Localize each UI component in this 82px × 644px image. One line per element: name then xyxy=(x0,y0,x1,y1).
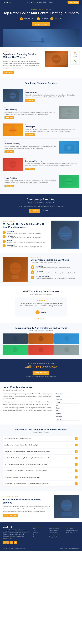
hero-icon-qualified: 🔧 Fully Qualified xyxy=(50,17,62,20)
hassle-description: We make it easy to get the plumbing help… xyxy=(2,506,51,512)
experienced-image xyxy=(45,51,68,68)
nav-home[interactable]: Home xyxy=(26,2,30,3)
check-icon: ✅ xyxy=(72,60,78,62)
faq-section: Residential And Commercial Plumbing Serv… xyxy=(0,424,82,491)
sidebar-link-0[interactable]: Manchester xyxy=(56,393,80,395)
nav-phone[interactable]: 0161 365 9648 xyxy=(68,1,80,4)
local-plumbers-section: Local Plumbers Near You Find A Local Plu… xyxy=(0,382,82,424)
local-desc-3: All our plumbers are fully qualified, Ga… xyxy=(2,407,54,411)
feature-desc-0: We offer competitive prices without comp… xyxy=(7,232,41,234)
step-info-0: Contact Us Call us or fill out our onlin… xyxy=(36,265,71,268)
facebook-icon[interactable]: f xyxy=(2,540,6,544)
faq-item-0[interactable]: Do You Carry Out Work In My Local Area? … xyxy=(2,436,80,441)
footer-privacy[interactable]: Privacy Policy xyxy=(59,548,67,550)
footer-link-home[interactable]: Home xyxy=(33,528,47,530)
footer-service-link-0[interactable]: Boiler Installation xyxy=(49,528,63,530)
service-tag-4: 05. xyxy=(25,158,78,160)
faq-question-4: Is Our Work Insured And Do We Offer A Gu… xyxy=(4,464,75,465)
experienced-learn-more-button[interactable]: Learn More xyxy=(2,71,14,74)
feature-title-1: Professional xyxy=(7,235,41,237)
emergency-image xyxy=(2,158,23,171)
nav-dot-1[interactable] xyxy=(41,318,41,319)
award-badge: 🏆 Award Winning xyxy=(71,51,80,58)
feature-reliable: ✓ Reliable We always arrive on time and … xyxy=(2,240,49,243)
footer-service-link-4[interactable]: Emergency Plumbing xyxy=(49,536,63,538)
nav-dot-2[interactable] xyxy=(43,318,44,319)
footer-phone[interactable]: 0161 365 9648 xyxy=(66,528,80,530)
service-desc-0: We provide professional boiler installat… xyxy=(25,94,78,98)
sidebar-link-9[interactable]: Tameside xyxy=(56,418,80,420)
gallery-item-4 xyxy=(28,344,54,355)
hero-cta-button[interactable]: Get A Free Quote xyxy=(32,22,50,26)
cta-button[interactable]: Contact Us Now xyxy=(33,371,49,375)
boiler-install-image xyxy=(2,89,23,102)
nav-dot-0[interactable] xyxy=(38,318,39,319)
emergency-section: Emergency Plumbing Available 24 Hours A … xyxy=(0,194,82,217)
service-btn-0[interactable]: Read More xyxy=(25,99,35,102)
hassle-tag: Get Started Today xyxy=(2,496,51,498)
gas-safe-badge: ✅ Gas Safe xyxy=(71,59,80,64)
faq-item-4[interactable]: Is Our Work Insured And Do We Offer A Gu… xyxy=(2,462,80,467)
svg-point-38 xyxy=(64,336,69,341)
cta-section: Looking For A Local Plumber In Your Area… xyxy=(0,359,82,382)
service-btn-2[interactable]: Read More xyxy=(25,133,35,136)
faq-item-1[interactable]: Are Boilers And Central Heating Our Only… xyxy=(2,442,80,448)
twitter-icon[interactable]: t xyxy=(6,540,9,544)
experienced-section: About Us Experienced Plumbing Services W… xyxy=(0,47,82,78)
boiler-service-image xyxy=(59,106,80,119)
faq-item-5[interactable]: Do We Offer A Fixed Price For All Our Pl… xyxy=(2,468,80,474)
feature-desc-2: We always arrive on time and complete wo… xyxy=(7,242,46,243)
service-btn-3[interactable]: Read More xyxy=(4,150,14,153)
emergency-call-button[interactable]: 📞 Call Us xyxy=(29,209,40,213)
service-row-power: 06. Power Flushing Power flushing is an … xyxy=(2,173,80,190)
service-btn-5[interactable]: Read More xyxy=(4,185,14,188)
faq-item-7[interactable]: Do We Offer A 24 Hour Emergency Call Out… xyxy=(2,481,80,486)
sidebar-link-5[interactable]: Bolton xyxy=(56,407,80,409)
linkedin-icon[interactable]: in xyxy=(10,540,13,544)
hassle-title: Hassle Free Professional Plumbing Servic… xyxy=(2,498,51,504)
service-btn-1[interactable]: Read More xyxy=(4,116,14,119)
footer-service-link-3[interactable]: Bathroom Plumbing xyxy=(49,534,63,536)
sidebar-link-7[interactable]: Oldham xyxy=(56,412,80,415)
footer-link-blog[interactable]: Blog xyxy=(33,534,47,536)
nav-blog[interactable]: Blog xyxy=(43,2,46,3)
service-btn-4[interactable]: Read More xyxy=(25,168,35,170)
sidebar-link-6[interactable]: Wigan xyxy=(56,410,80,412)
gallery-section: Delivering Quality And Excellence On Eve… xyxy=(0,323,82,359)
footer-link-about[interactable]: About xyxy=(33,530,47,532)
svg-point-2 xyxy=(43,36,51,44)
hassle-cta-button[interactable]: Get A Free Quote xyxy=(2,514,18,517)
sidebar-link-3[interactable]: Trafford xyxy=(56,401,80,404)
sidebar-link-4[interactable]: Bury xyxy=(56,404,80,406)
svg-point-36 xyxy=(39,336,43,341)
youtube-icon[interactable]: ▶ xyxy=(14,540,17,544)
footer-logo: LocalPoint xyxy=(2,526,30,528)
emergency-quote-button[interactable]: Get A Quote xyxy=(41,209,53,213)
testimonial-stars: ★★★★★ xyxy=(17,300,65,302)
services-grid: 01. Boiler Installation We provide profe… xyxy=(2,87,80,190)
sidebar-link-1[interactable]: Salford xyxy=(56,396,80,398)
sidebar-link-8[interactable]: Rochdale xyxy=(56,416,80,418)
footer-link-services[interactable]: Services xyxy=(33,532,47,534)
service-content-power: 06. Power Flushing Power flushing is an … xyxy=(2,175,59,188)
faq-question-0: Do You Carry Out Work In My Local Area? xyxy=(4,438,75,439)
step-title-0: Contact Us xyxy=(36,265,71,267)
footer-contact: Contact Us 0161 365 9648 info@localpoint… xyxy=(66,526,80,544)
nav-contact[interactable]: Contact xyxy=(48,2,53,3)
nav-services[interactable]: Services xyxy=(36,2,42,3)
footer-email[interactable]: info@localpoint.co.uk xyxy=(66,530,80,532)
faq-item-3[interactable]: Do You Only Provide Plumbing And Heating… xyxy=(2,455,80,461)
boiler-repair-image xyxy=(2,124,23,136)
faq-item-2[interactable]: Are We Gas Safe Registered And Do We Onl… xyxy=(2,448,80,454)
footer-service-link-1[interactable]: Boiler Servicing xyxy=(49,530,63,532)
faq-plus-icon-1: + xyxy=(75,444,78,446)
nav-about[interactable]: About xyxy=(31,2,35,3)
footer-service-link-2[interactable]: Boiler Repair xyxy=(49,532,63,534)
faq-plus-icon-6: + xyxy=(75,476,78,478)
faq-item-6[interactable]: Do We Offer Right Pricing For All Our Pl… xyxy=(2,474,80,480)
footer-link-contact[interactable]: Contact xyxy=(33,536,47,538)
sidebar-link-2[interactable]: Stockport xyxy=(56,398,80,401)
step-info-2: Fixing The Problem Our qualified enginee… xyxy=(36,276,75,279)
svg-rect-24 xyxy=(66,181,72,182)
footer-terms[interactable]: Terms & Conditions xyxy=(68,548,80,550)
